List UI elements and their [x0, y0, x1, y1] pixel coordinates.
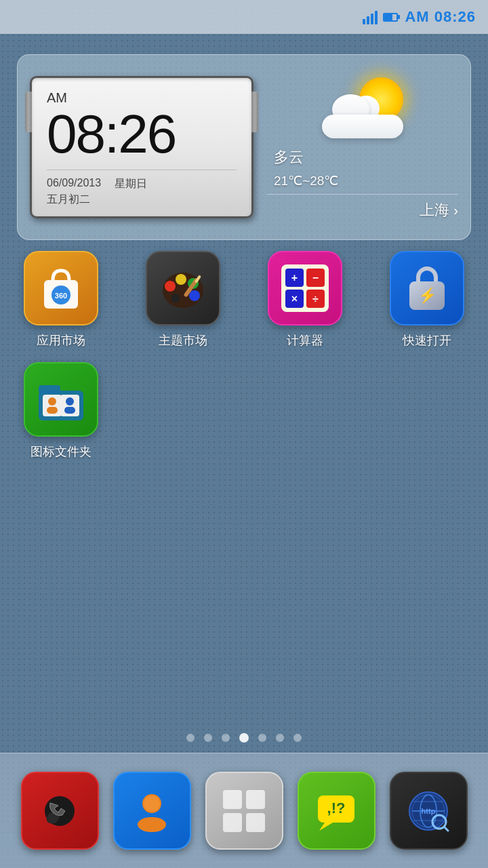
weather-panel: 多云 21℃~28℃ 上海 › — [267, 67, 458, 227]
app-item-quickopen[interactable]: ⚡ 快速打开 — [366, 251, 488, 349]
app-label-folder: 图标文件夹 — [30, 443, 92, 460]
status-time: AM 08:26 — [405, 8, 476, 26]
dock-icon-contacts — [113, 772, 191, 850]
svg-text:,!?: ,!? — [327, 800, 346, 816]
thememarket-svg — [157, 264, 209, 312]
folder-svg — [33, 372, 89, 427]
drawer-cell-2 — [246, 790, 265, 809]
weather-icon — [312, 74, 413, 142]
browser-svg: http — [404, 787, 453, 835]
lock-shackle — [416, 267, 438, 281]
svg-rect-24 — [142, 818, 162, 829]
dock-icon-message: ,!? — [298, 772, 375, 850]
drawer-cell-4 — [246, 813, 265, 832]
app-label-quickopen: 快速打开 — [403, 332, 451, 349]
lock-body: ⚡ — [409, 281, 445, 310]
dock-item-drawer[interactable] — [205, 772, 283, 850]
clock-weather-widget: AM 08:26 06/09/2013 星期日 五月初二 多云 — [17, 54, 471, 240]
dock-item-browser[interactable]: http — [390, 772, 468, 850]
message-svg: ,!? — [312, 787, 360, 835]
svg-rect-18 — [64, 407, 75, 414]
clock-date-row: 06/09/2013 星期日 五月初二 — [47, 170, 237, 207]
svg-point-5 — [176, 274, 186, 285]
page-dot-3-active[interactable] — [239, 733, 249, 743]
battery-fill — [384, 14, 392, 20]
calculator-inner: + − × ÷ — [281, 264, 329, 312]
app-item-thememarket[interactable]: 主题市场 — [122, 251, 244, 349]
calc-divide: ÷ — [306, 290, 325, 308]
phone-svg — [38, 789, 81, 833]
drawer-grid — [214, 781, 274, 842]
app-label-appmarket: 应用市场 — [37, 332, 85, 349]
signal-icon — [363, 9, 378, 24]
svg-point-4 — [165, 281, 176, 292]
clock-time-display: 08:26 — [47, 107, 237, 161]
contacts-svg — [128, 787, 176, 835]
app-icon-folder — [24, 362, 98, 437]
app-label-calculator: 计算器 — [287, 332, 323, 349]
svg-point-15 — [48, 397, 56, 406]
app-grid: 360 应用市场 — [0, 251, 488, 460]
app-icon-quickopen: ⚡ — [390, 251, 464, 326]
page-dot-0[interactable] — [186, 734, 195, 742]
svg-text:http: http — [422, 807, 436, 815]
battery-icon — [383, 13, 398, 22]
page-dot-1[interactable] — [204, 734, 212, 742]
status-bar: AM 08:26 — [0, 0, 488, 34]
lock-inner: ⚡ — [409, 267, 445, 310]
calc-times: × — [285, 290, 304, 308]
app-icon-calculator: + − × ÷ — [268, 251, 342, 326]
svg-point-23 — [144, 795, 160, 812]
drawer-cell-1 — [223, 790, 242, 809]
page-dot-4[interactable] — [258, 734, 266, 742]
svg-point-17 — [66, 397, 74, 406]
drawer-cell-3 — [223, 813, 242, 832]
cloud-body — [322, 115, 403, 138]
svg-rect-12 — [39, 385, 60, 393]
calc-minus: − — [306, 269, 325, 287]
clock-lunar-date: 五月初二 — [47, 193, 237, 207]
dock-item-contacts[interactable] — [113, 772, 191, 850]
app-icon-appmarket: 360 — [24, 251, 98, 326]
main-content: AM 08:26 06/09/2013 星期日 五月初二 多云 — [0, 34, 488, 868]
page-dot-5[interactable] — [276, 734, 284, 742]
app-icon-thememarket — [146, 251, 220, 326]
app-label-thememarket: 主题市场 — [159, 332, 207, 349]
svg-text:360: 360 — [55, 292, 67, 300]
weather-temp-range: 21℃~28℃ — [274, 173, 338, 189]
svg-marker-26 — [319, 823, 333, 831]
page-dot-2[interactable] — [222, 734, 230, 742]
dock-item-phone[interactable] — [21, 772, 99, 850]
page-dots — [0, 733, 488, 743]
app-item-appmarket[interactable]: 360 应用市场 — [0, 251, 122, 349]
weather-city: 上海 — [420, 200, 449, 220]
cloud-icon — [315, 99, 403, 138]
page-dot-6[interactable] — [293, 734, 302, 742]
dock-icon-phone — [21, 772, 99, 850]
weather-condition: 多云 — [274, 147, 304, 167]
clock-date: 06/09/2013 — [47, 177, 101, 191]
appmarket-svg: 360 — [34, 261, 88, 315]
dock-icon-browser: http — [390, 772, 468, 850]
svg-point-10 — [171, 294, 180, 303]
app-item-calculator[interactable]: + − × ÷ 计算器 — [244, 251, 366, 349]
dock-item-message[interactable]: ,!? — [298, 772, 375, 850]
dock-icon-drawer — [205, 772, 283, 850]
weather-arrow-icon: › — [453, 203, 458, 218]
dock: ,!? http — [0, 753, 488, 868]
calc-plus: + — [285, 269, 304, 287]
svg-rect-16 — [47, 407, 58, 414]
weather-location-button[interactable]: 上海 › — [267, 194, 458, 220]
lock-bolt-icon: ⚡ — [418, 287, 436, 304]
app-item-folder[interactable]: 图标文件夹 — [0, 362, 122, 460]
clock-date-line1: 06/09/2013 星期日 — [47, 177, 237, 191]
svg-line-36 — [444, 827, 448, 831]
clock-panel: AM 08:26 06/09/2013 星期日 五月初二 — [30, 76, 253, 218]
svg-point-7 — [189, 290, 200, 301]
clock-day-of-week: 星期日 — [115, 177, 147, 191]
